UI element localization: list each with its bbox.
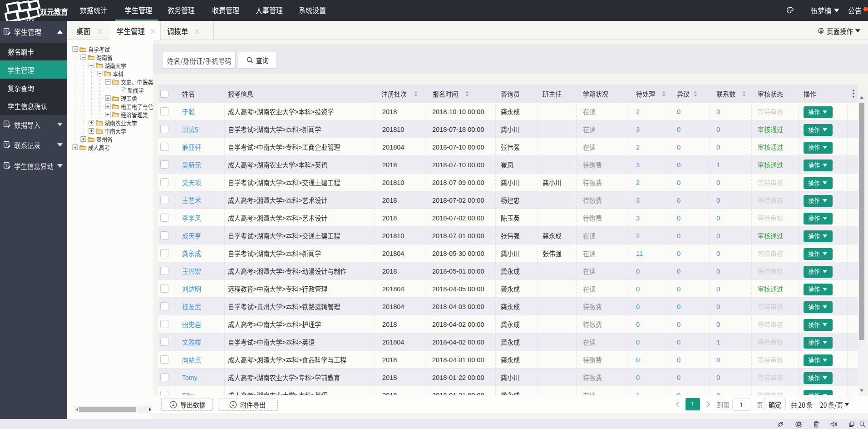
svg-text:?: ? [5, 142, 8, 147]
svg-text:?: ? [5, 163, 8, 168]
svg-text:?: ? [5, 122, 8, 126]
svg-text:?: ? [5, 29, 8, 34]
